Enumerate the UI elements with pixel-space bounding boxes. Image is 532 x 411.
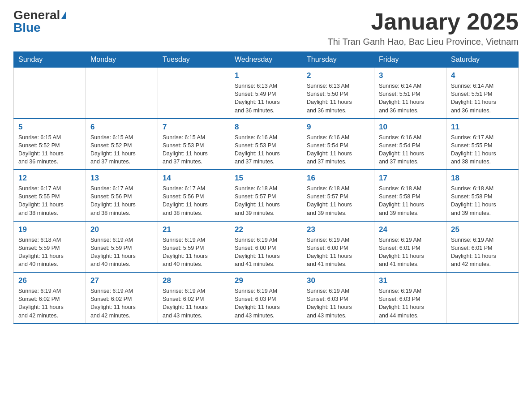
day-info: Sunrise: 6:13 AMSunset: 5:49 PMDaylight:… [235,82,297,115]
calendar-cell-w4-d1: 19Sunrise: 6:18 AMSunset: 5:59 PMDayligh… [14,221,86,273]
calendar-cell-w1-d2 [86,68,158,119]
calendar-cell-w4-d5: 23Sunrise: 6:19 AMSunset: 6:00 PMDayligh… [302,221,374,273]
day-number: 4 [451,71,514,80]
day-number: 11 [451,123,514,132]
logo-blue-text: Blue [13,21,41,34]
day-info: Sunrise: 6:19 AMSunset: 6:03 PMDaylight:… [235,287,297,320]
page-header: General Blue January 2025 Thi Tran Ganh … [13,9,519,47]
calendar-week-3: 12Sunrise: 6:17 AMSunset: 5:55 PMDayligh… [14,170,519,221]
day-number: 5 [18,123,81,132]
month-title: January 2025 [327,9,519,34]
title-section: January 2025 Thi Tran Ganh Hao, Bac Lieu… [327,9,519,47]
day-info: Sunrise: 6:16 AMSunset: 5:53 PMDaylight:… [235,133,297,166]
day-number: 3 [379,71,442,80]
calendar-cell-w4-d7: 25Sunrise: 6:19 AMSunset: 6:01 PMDayligh… [446,221,519,273]
day-number: 24 [379,225,442,234]
day-info: Sunrise: 6:19 AMSunset: 6:03 PMDaylight:… [307,287,369,320]
day-number: 2 [307,71,369,80]
day-number: 13 [90,174,153,183]
day-info: Sunrise: 6:19 AMSunset: 5:59 PMDaylight:… [90,236,153,269]
calendar-cell-w2-d5: 9Sunrise: 6:16 AMSunset: 5:54 PMDaylight… [302,119,374,170]
col-sunday: Sunday [14,52,86,68]
day-number: 19 [18,225,81,234]
day-number: 10 [379,123,442,132]
day-number: 23 [307,225,369,234]
calendar-cell-w4-d2: 20Sunrise: 6:19 AMSunset: 5:59 PMDayligh… [86,221,158,273]
day-info: Sunrise: 6:19 AMSunset: 5:59 PMDaylight:… [163,236,225,269]
day-info: Sunrise: 6:14 AMSunset: 5:51 PMDaylight:… [379,82,442,115]
calendar-cell-w3-d4: 15Sunrise: 6:18 AMSunset: 5:57 PMDayligh… [230,170,302,221]
day-number: 31 [379,276,442,285]
day-number: 26 [18,276,81,285]
calendar-week-2: 5Sunrise: 6:15 AMSunset: 5:52 PMDaylight… [14,119,519,170]
calendar-cell-w5-d5: 30Sunrise: 6:19 AMSunset: 6:03 PMDayligh… [302,272,374,324]
logo-general-text: General [13,9,60,21]
calendar-cell-w4-d4: 22Sunrise: 6:19 AMSunset: 6:00 PMDayligh… [230,221,302,273]
day-info: Sunrise: 6:18 AMSunset: 5:57 PMDaylight:… [307,184,369,217]
col-friday: Friday [374,52,446,68]
day-number: 17 [379,174,442,183]
day-info: Sunrise: 6:17 AMSunset: 5:56 PMDaylight:… [90,184,153,217]
calendar-cell-w1-d7: 4Sunrise: 6:14 AMSunset: 5:51 PMDaylight… [446,68,519,119]
day-number: 20 [90,225,153,234]
day-info: Sunrise: 6:19 AMSunset: 6:00 PMDaylight:… [235,236,297,269]
calendar-cell-w2-d3: 7Sunrise: 6:15 AMSunset: 5:53 PMDaylight… [158,119,230,170]
day-info: Sunrise: 6:17 AMSunset: 5:56 PMDaylight:… [163,184,225,217]
calendar-cell-w5-d3: 28Sunrise: 6:19 AMSunset: 6:02 PMDayligh… [158,272,230,324]
day-number: 27 [90,276,153,285]
calendar-cell-w2-d6: 10Sunrise: 6:16 AMSunset: 5:54 PMDayligh… [374,119,446,170]
col-wednesday: Wednesday [230,52,302,68]
calendar-cell-w5-d6: 31Sunrise: 6:19 AMSunset: 6:03 PMDayligh… [374,272,446,324]
calendar-header-row: Sunday Monday Tuesday Wednesday Thursday… [14,52,519,68]
day-info: Sunrise: 6:15 AMSunset: 5:52 PMDaylight:… [18,133,81,166]
day-number: 28 [163,276,225,285]
logo: General Blue [13,9,66,34]
day-number: 8 [235,123,297,132]
day-info: Sunrise: 6:19 AMSunset: 6:02 PMDaylight:… [18,287,81,320]
calendar-cell-w3-d2: 13Sunrise: 6:17 AMSunset: 5:56 PMDayligh… [86,170,158,221]
day-number: 18 [451,174,514,183]
day-info: Sunrise: 6:15 AMSunset: 5:53 PMDaylight:… [163,133,225,166]
calendar-cell-w3-d1: 12Sunrise: 6:17 AMSunset: 5:55 PMDayligh… [14,170,86,221]
col-monday: Monday [86,52,158,68]
day-number: 14 [163,174,225,183]
day-info: Sunrise: 6:19 AMSunset: 6:01 PMDaylight:… [379,236,442,269]
day-info: Sunrise: 6:19 AMSunset: 6:02 PMDaylight:… [163,287,225,320]
day-number: 6 [90,123,153,132]
calendar-cell-w4-d6: 24Sunrise: 6:19 AMSunset: 6:01 PMDayligh… [374,221,446,273]
day-number: 30 [307,276,369,285]
day-info: Sunrise: 6:16 AMSunset: 5:54 PMDaylight:… [379,133,442,166]
logo-triangle-icon [61,12,66,19]
calendar-cell-w5-d7 [446,272,519,324]
calendar-cell-w2-d7: 11Sunrise: 6:17 AMSunset: 5:55 PMDayligh… [446,119,519,170]
calendar-cell-w1-d3 [158,68,230,119]
day-info: Sunrise: 6:19 AMSunset: 6:00 PMDaylight:… [307,236,369,269]
calendar-cell-w3-d7: 18Sunrise: 6:18 AMSunset: 5:58 PMDayligh… [446,170,519,221]
calendar-cell-w2-d1: 5Sunrise: 6:15 AMSunset: 5:52 PMDaylight… [14,119,86,170]
location-subtitle: Thi Tran Ganh Hao, Bac Lieu Province, Vi… [327,37,519,47]
day-info: Sunrise: 6:13 AMSunset: 5:50 PMDaylight:… [307,82,369,115]
col-thursday: Thursday [302,52,374,68]
day-number: 15 [235,174,297,183]
day-number: 22 [235,225,297,234]
calendar-cell-w2-d2: 6Sunrise: 6:15 AMSunset: 5:52 PMDaylight… [86,119,158,170]
day-info: Sunrise: 6:19 AMSunset: 6:02 PMDaylight:… [90,287,153,320]
calendar-cell-w3-d3: 14Sunrise: 6:17 AMSunset: 5:56 PMDayligh… [158,170,230,221]
calendar-cell-w4-d3: 21Sunrise: 6:19 AMSunset: 5:59 PMDayligh… [158,221,230,273]
day-number: 29 [235,276,297,285]
day-info: Sunrise: 6:19 AMSunset: 6:01 PMDaylight:… [451,236,514,269]
day-number: 7 [163,123,225,132]
day-number: 25 [451,225,514,234]
day-number: 16 [307,174,369,183]
calendar-week-4: 19Sunrise: 6:18 AMSunset: 5:59 PMDayligh… [14,221,519,273]
col-tuesday: Tuesday [158,52,230,68]
calendar-cell-w3-d5: 16Sunrise: 6:18 AMSunset: 5:57 PMDayligh… [302,170,374,221]
calendar-cell-w1-d1 [14,68,86,119]
calendar-cell-w1-d4: 1Sunrise: 6:13 AMSunset: 5:49 PMDaylight… [230,68,302,119]
col-saturday: Saturday [446,52,519,68]
day-number: 1 [235,71,297,80]
calendar-cell-w1-d6: 3Sunrise: 6:14 AMSunset: 5:51 PMDaylight… [374,68,446,119]
calendar-cell-w5-d1: 26Sunrise: 6:19 AMSunset: 6:02 PMDayligh… [14,272,86,324]
day-info: Sunrise: 6:15 AMSunset: 5:52 PMDaylight:… [90,133,153,166]
day-info: Sunrise: 6:18 AMSunset: 5:58 PMDaylight:… [451,184,514,217]
